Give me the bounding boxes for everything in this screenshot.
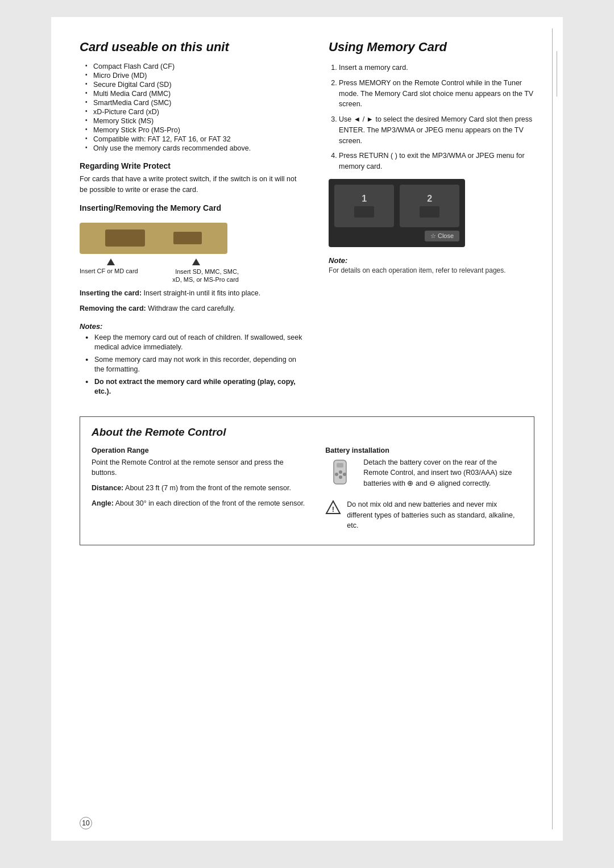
tv-slot-2-inner [420,206,439,218]
angle-text: Angle: About 30° in each direction of th… [92,498,308,509]
notes-item: Keep the memory card out of reach of chi… [85,333,306,353]
diagram-label-right: Insert SD, MMC, SMC,xD, MS, or MS-Pro ca… [172,268,239,284]
page: Card useable on this unit Compact Flash … [51,17,563,841]
svg-point-5 [343,473,346,476]
battery-area: Detach the battery cover on the rear of … [325,457,522,494]
bullet-item: xD-Picture Card (xD) [85,108,306,116]
inserting-title: Inserting/Removing the Memory Card [80,203,306,212]
arrow-left [107,258,115,265]
battery-text: Detach the battery cover on the rear of … [363,457,522,489]
warning-text: Do not mix old and new batteries and nev… [347,499,522,531]
svg-point-3 [339,475,342,479]
right-section-title: Using Memory Card [329,40,534,55]
page-number: 10 [80,817,92,829]
write-protect-title: Regarding Write Protect [80,161,306,170]
remote-icon [325,457,356,489]
svg-text:!: ! [332,505,334,514]
bottom-title: About the Remote Control [92,426,522,439]
notes-list: Keep the memory card out of reach of chi… [80,333,306,397]
left-column: Card useable on this unit Compact Flash … [80,40,306,399]
svg-rect-1 [337,463,343,468]
step-item: Press MEMORY on the Remote Control while… [339,78,534,110]
bullet-item: SmartMedia Card (SMC) [85,99,306,107]
arrow-right [192,258,200,265]
bottom-right: Battery installation Detach the battery … [325,446,522,536]
card-types-list: Compact Flash Card (CF)Micro Drive (MD)S… [80,62,306,152]
bottom-box: About the Remote Control Operation Range… [80,416,534,546]
removing-text: Removing the card: Withdraw the card car… [80,303,306,314]
steps-list: Insert a memory card.Press MEMORY on the… [329,62,534,172]
cf-slot [105,229,145,247]
notes-item: Do not extract the memory card while ope… [85,377,306,397]
operation-range-text: Point the Remote Control at the remote s… [92,457,308,479]
close-btn: ☆ Close [425,231,459,241]
tv-screen: 1 2 ☆ Close [329,179,465,247]
step-item: Press RETURN ( ) to exit the MP3/WMA or … [339,151,534,172]
bullet-item: Compact Flash Card (CF) [85,62,306,70]
note-text: For details on each operation item, refe… [329,266,534,274]
bottom-left: Operation Range Point the Remote Control… [92,446,308,536]
notes-header: Notes: [80,322,306,331]
tv-slot-1: 1 [334,185,394,227]
bullet-item: Secure Digital Card (SD) [85,81,306,89]
bottom-columns: Operation Range Point the Remote Control… [92,446,522,536]
note-section: Note: For details on each operation item… [329,256,534,274]
operation-range-title: Operation Range [92,446,308,454]
right-column: Using Memory Card Insert a memory card.P… [329,40,534,399]
main-columns: Card useable on this unit Compact Flash … [80,40,534,399]
tv-screen-top: 1 2 [334,185,459,227]
note-label: Note: [329,256,534,265]
bullet-item: Compatible with: FAT 12, FAT 16, or FAT … [85,135,306,143]
card-diagram [80,223,227,254]
tv-slot-1-inner [354,206,374,218]
warning-area: ! Do not mix old and new batteries and n… [325,499,522,536]
diagram-label-left: Insert CF or MD card [80,268,138,284]
battery-title: Battery installation [325,446,522,454]
step-item: Use ◄ / ► to select the desired Memory C… [339,114,534,146]
step-item: Insert a memory card. [339,62,534,73]
distance-text: Distance: About 23 ft (7 m) from the fro… [92,483,308,494]
svg-point-4 [335,473,338,476]
bullet-item: Memory Stick (MS) [85,117,306,125]
notes-item: Some memory card may not work in this re… [85,355,306,375]
left-section-title: Card useable on this unit [80,40,306,55]
bullet-item: Multi Media Card (MMC) [85,90,306,98]
bullet-item: Memory Stick Pro (MS-Pro) [85,126,306,134]
write-protect-text: For cards that have a write protect swit… [80,174,306,195]
bullet-item: Only use the memory cards recommended ab… [85,144,306,152]
sd-slot [173,232,202,244]
svg-point-2 [339,470,342,474]
tv-screen-bottom: ☆ Close [334,227,459,241]
bullet-item: Micro Drive (MD) [85,72,306,80]
inserting-text: Inserting the card: Insert straight-in u… [80,288,306,299]
tv-slot-2: 2 [400,185,459,227]
warning-triangle-icon: ! [325,499,341,515]
